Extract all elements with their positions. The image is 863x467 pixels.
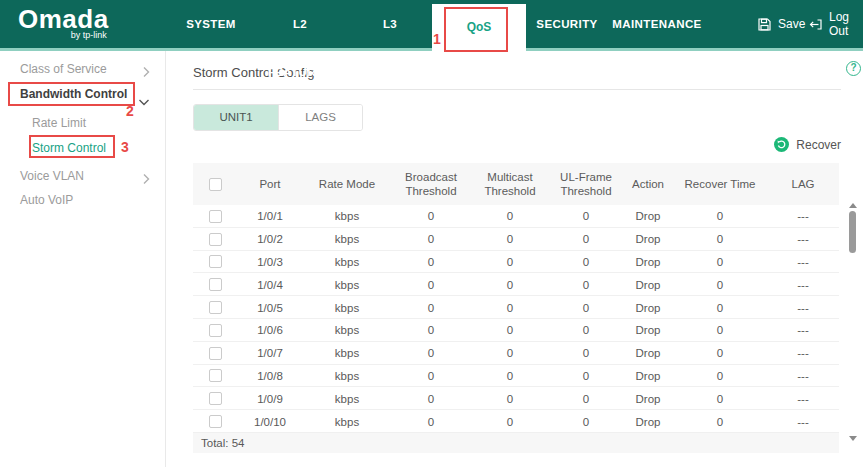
cell-multicast-threshold: 0 <box>471 205 549 228</box>
annotation-step-3: 3 <box>121 139 129 155</box>
tab-lags[interactable]: LAGS <box>278 105 362 130</box>
sidebar-item-label: Rate Limit <box>32 111 86 135</box>
column-header-rate-mode: Rate Mode <box>303 163 391 205</box>
scrollbar-thumb[interactable] <box>849 211 856 253</box>
row-checkbox[interactable] <box>209 210 222 223</box>
cell-rate-mode: kbps <box>303 387 391 410</box>
cell-lag: --- <box>767 319 839 342</box>
sidebar-item-voice-vlan[interactable]: Voice VLAN <box>0 164 166 188</box>
cell-lag: --- <box>767 273 839 296</box>
row-checkbox-cell <box>193 365 237 388</box>
cell-ul-frame-threshold: 0 <box>549 273 623 296</box>
sidebar-item-class-of-service[interactable]: Class of Service <box>0 57 166 81</box>
nav-item-system[interactable]: SYSTEM <box>178 0 244 48</box>
row-checkbox-cell <box>193 273 237 296</box>
row-checkbox[interactable] <box>209 369 222 382</box>
cell-broadcast-threshold: 0 <box>391 342 471 365</box>
cell-recover-time: 0 <box>673 410 767 433</box>
cell-multicast-threshold: 0 <box>471 296 549 319</box>
cell-action: Drop <box>623 205 673 228</box>
cell-broadcast-threshold: 0 <box>391 387 471 410</box>
cell-lag: --- <box>767 228 839 251</box>
table-row: 1/0/6kbps000Drop0--- <box>193 319 839 342</box>
table-scrollbar[interactable] <box>848 203 857 441</box>
annotation-box-1 <box>444 7 508 52</box>
cell-recover-time: 0 <box>673 319 767 342</box>
cell-multicast-threshold: 0 <box>471 251 549 274</box>
annotation-box-2 <box>8 82 135 106</box>
cell-lag: --- <box>767 365 839 388</box>
nav-item-security[interactable]: SECURITY <box>532 0 602 48</box>
cell-lag: --- <box>767 296 839 319</box>
cell-port: 1/0/1 <box>237 205 303 228</box>
table-row: 1/0/7kbps000Drop0--- <box>193 342 839 365</box>
row-checkbox[interactable] <box>209 415 222 428</box>
logo-title: Omada <box>18 6 109 32</box>
column-header-ul-frame-threshold: UL-Frame Threshold <box>549 163 623 205</box>
cell-action: Drop <box>623 410 673 433</box>
cell-port: 1/0/8 <box>237 365 303 388</box>
cell-broadcast-threshold: 0 <box>391 205 471 228</box>
row-checkbox[interactable] <box>209 392 222 405</box>
cell-rate-mode: kbps <box>303 319 391 342</box>
recover-button[interactable]: Recover <box>774 137 841 152</box>
table-row: 1/0/9kbps000Drop0--- <box>193 387 839 410</box>
cell-port: 1/0/9 <box>237 387 303 410</box>
cell-port: 1/0/7 <box>237 342 303 365</box>
column-header-multicast-threshold: Multicast Threshold <box>471 163 549 205</box>
row-checkbox-cell <box>193 228 237 251</box>
cell-rate-mode: kbps <box>303 342 391 365</box>
logout-button[interactable]: Log Out <box>808 0 863 48</box>
nav-item-l3-features[interactable]: L3 FEATURES <box>350 0 430 48</box>
row-checkbox[interactable] <box>209 347 222 360</box>
column-header-recover-time: Recover Time <box>673 163 767 205</box>
cell-broadcast-threshold: 0 <box>391 251 471 274</box>
tab-unit1[interactable]: UNIT1 <box>194 105 278 130</box>
row-checkbox[interactable] <box>209 233 222 246</box>
cell-multicast-threshold: 0 <box>471 273 549 296</box>
sidebar: Class of Service Bandwidth Control Rate … <box>0 51 166 467</box>
sidebar-item-auto-voip[interactable]: Auto VoIP <box>0 188 166 212</box>
cell-port: 1/0/4 <box>237 273 303 296</box>
recover-icon <box>774 137 789 152</box>
scrollbar-down-arrow[interactable] <box>849 436 857 441</box>
scrollbar-up-arrow[interactable] <box>849 203 857 208</box>
row-checkbox-cell <box>193 387 237 410</box>
column-header-action: Action <box>623 163 673 205</box>
row-checkbox[interactable] <box>209 324 222 337</box>
cell-lag: --- <box>767 342 839 365</box>
cell-broadcast-threshold: 0 <box>391 410 471 433</box>
table-row: 1/0/2kbps000Drop0--- <box>193 228 839 251</box>
cell-action: Drop <box>623 387 673 410</box>
annotation-step-1: 1 <box>433 31 441 47</box>
select-all-checkbox[interactable] <box>209 178 222 191</box>
help-icon[interactable]: ? <box>846 61 861 76</box>
cell-ul-frame-threshold: 0 <box>549 365 623 388</box>
logout-label: Log Out <box>829 10 863 38</box>
cell-rate-mode: kbps <box>303 365 391 388</box>
table-row: 1/0/8kbps000Drop0--- <box>193 365 839 388</box>
nav-item-maintenance[interactable]: MAINTENANCE <box>612 0 702 48</box>
row-checkbox[interactable] <box>209 278 222 291</box>
annotation-box-3 <box>29 135 115 158</box>
sidebar-item-label: Voice VLAN <box>20 164 84 188</box>
row-checkbox[interactable] <box>209 301 222 314</box>
cell-ul-frame-threshold: 0 <box>549 387 623 410</box>
row-checkbox[interactable] <box>209 255 222 268</box>
table-row: 1/0/10kbps000Drop0--- <box>193 410 839 433</box>
table-row: 1/0/1kbps000Drop0--- <box>193 205 839 228</box>
cell-multicast-threshold: 0 <box>471 387 549 410</box>
cell-recover-time: 0 <box>673 205 767 228</box>
table-row: 1/0/4kbps000Drop0--- <box>193 273 839 296</box>
cell-multicast-threshold: 0 <box>471 365 549 388</box>
nav-item-l2-features[interactable]: L2 FEATURES <box>260 0 340 48</box>
save-button[interactable]: Save <box>757 0 805 48</box>
cell-action: Drop <box>623 296 673 319</box>
cell-multicast-threshold: 0 <box>471 410 549 433</box>
sidebar-item-rate-limit[interactable]: Rate Limit <box>0 111 166 135</box>
row-checkbox-cell <box>193 410 237 433</box>
cell-recover-time: 0 <box>673 251 767 274</box>
row-checkbox-cell <box>193 319 237 342</box>
cell-broadcast-threshold: 0 <box>391 365 471 388</box>
cell-recover-time: 0 <box>673 228 767 251</box>
